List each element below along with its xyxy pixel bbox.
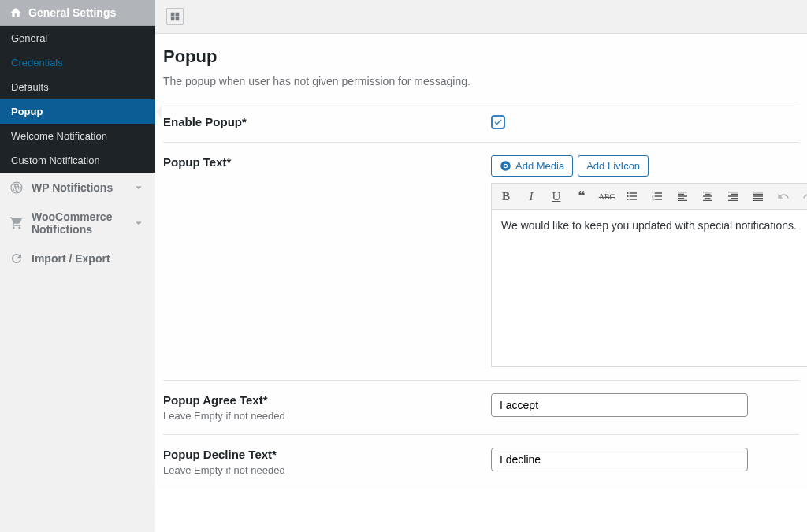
chevron-down-icon (132, 216, 146, 230)
list-ul-icon (626, 190, 638, 203)
align-center-icon (701, 190, 714, 203)
blockquote-button[interactable]: ❝ (574, 188, 589, 204)
list-ol-icon (651, 190, 664, 203)
home-icon (9, 6, 22, 19)
submenu-item-custom[interactable]: Custom Notification (0, 148, 155, 173)
add-media-label: Add Media (515, 160, 564, 172)
redo-button[interactable] (801, 188, 807, 204)
underline-button[interactable]: U (549, 188, 564, 204)
popup-text-editor[interactable]: We would like to keep you updated with s… (491, 210, 807, 367)
row-enable-popup: Enable Popup* (155, 102, 807, 142)
popup-text-label: Popup Text* (163, 155, 491, 169)
redo-icon (802, 190, 807, 203)
nav-item-woo-notifications[interactable]: WooCommerce Notifictions (0, 203, 155, 244)
agree-text-label: Popup Agree Text* (163, 393, 491, 407)
align-center-button[interactable] (700, 188, 716, 204)
enable-popup-label: Enable Popup* (163, 115, 491, 128)
topbar (155, 0, 807, 34)
row-agree-text: Popup Agree Text* Leave Empty if not nee… (155, 381, 807, 434)
bulleted-list-button[interactable] (624, 188, 640, 204)
align-left-button[interactable] (675, 188, 690, 204)
editor-toolbar: B I U ❝ ABC (491, 183, 807, 210)
add-livicon-button[interactable]: Add LivIcon (578, 155, 649, 177)
undo-button[interactable] (775, 188, 791, 204)
nav-item-label: Import / Export (32, 252, 146, 265)
numbered-list-button[interactable] (649, 188, 665, 204)
submenu-item-welcome[interactable]: Welcome Notification (0, 124, 155, 148)
align-left-icon (676, 190, 689, 203)
italic-button[interactable]: I (523, 188, 539, 204)
chevron-down-icon (132, 180, 146, 195)
align-justify-button[interactable] (750, 188, 766, 204)
bold-button[interactable]: B (498, 188, 514, 204)
cart-icon (9, 216, 24, 230)
submenu: General Credentials Defaults Popup Welco… (0, 26, 155, 173)
media-icon (500, 160, 511, 172)
refresh-icon (9, 251, 24, 266)
media-buttons: Add Media Add LivIcon (491, 155, 807, 177)
submenu-item-defaults[interactable]: Defaults (0, 75, 155, 99)
nav-item-wp-notifications[interactable]: WP Notifictions (0, 173, 155, 203)
align-justify-icon (752, 190, 764, 203)
nav-item-label: WP Notifictions (32, 181, 146, 194)
sidebar-header[interactable]: General Settings (0, 0, 155, 26)
nav-item-label: WooCommerce Notifictions (32, 210, 146, 236)
submenu-item-credentials[interactable]: Credentials (0, 50, 155, 75)
add-media-button[interactable]: Add Media (491, 155, 573, 177)
nav-item-import-export[interactable]: Import / Export (0, 244, 155, 273)
add-livicon-label: Add LivIcon (586, 160, 640, 172)
decline-text-input[interactable] (491, 448, 748, 471)
submenu-item-popup[interactable]: Popup (0, 99, 155, 124)
row-decline-text: Popup Decline Text* Leave Empty if not n… (155, 435, 807, 489)
agree-text-help: Leave Empty if not needed (163, 410, 491, 422)
row-popup-text: Popup Text* Add Media Add LivIcon B I U (155, 143, 807, 380)
strikethrough-button[interactable]: ABC (599, 188, 615, 204)
decline-text-label: Popup Decline Text* (163, 448, 491, 461)
agree-text-input[interactable] (491, 393, 748, 417)
wordpress-icon (9, 180, 24, 195)
page-title: Popup (163, 47, 799, 67)
sidebar: General Settings General Credentials Def… (0, 0, 155, 532)
sidebar-header-label: General Settings (28, 6, 116, 19)
page-description: The popup when user has not given permis… (163, 75, 799, 87)
align-right-icon (727, 190, 739, 203)
decline-text-help: Leave Empty if not needed (163, 464, 491, 476)
main-content: Popup The popup when user has not given … (155, 0, 807, 532)
check-icon (493, 117, 503, 127)
submenu-item-general[interactable]: General (0, 26, 155, 50)
page-header: Popup The popup when user has not given … (155, 34, 807, 102)
align-right-button[interactable] (725, 188, 741, 204)
editor-content: We would like to keep you updated with s… (501, 219, 797, 232)
toggle-panel-button[interactable] (166, 8, 184, 25)
undo-icon (777, 190, 790, 203)
grid-icon (169, 11, 180, 22)
enable-popup-checkbox[interactable] (491, 115, 505, 129)
